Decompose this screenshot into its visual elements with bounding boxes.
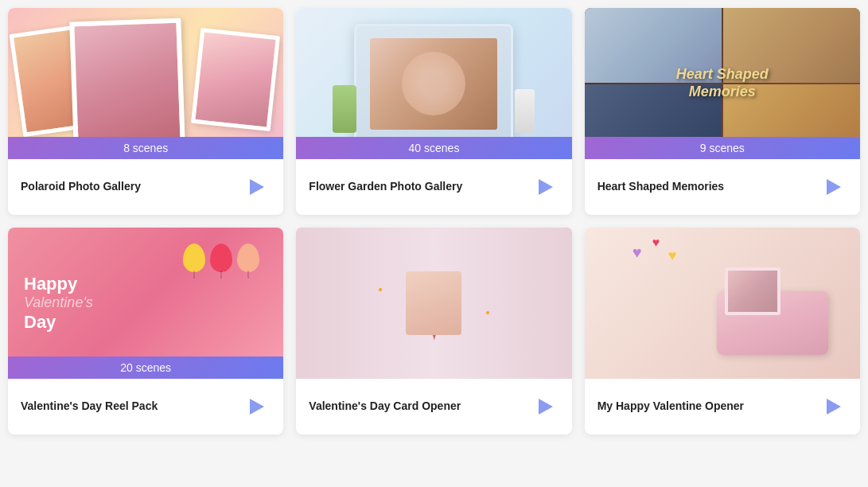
card-info-flower: Flower Garden Photo Gallery — [296, 159, 571, 215]
frame-inner — [370, 38, 497, 130]
play-button-polaroid[interactable] — [243, 173, 271, 201]
scenes-badge-polaroid: 8 scenes — [8, 137, 283, 159]
play-icon-valentine — [250, 399, 264, 415]
heart-title-text: Heart Shaped Memories — [676, 66, 769, 100]
play-icon-polaroid — [250, 179, 264, 195]
scenes-badge-valentine: 20 scenes — [8, 356, 283, 379]
balloon-yellow — [183, 243, 205, 272]
valentine-day: Day — [24, 312, 93, 333]
balloons — [183, 243, 259, 272]
play-button-heart[interactable] — [820, 173, 847, 201]
card-title-flower: Flower Garden Photo Gallery — [309, 179, 531, 195]
car-photo-frame — [725, 267, 780, 315]
balloon-peach — [237, 243, 259, 272]
card-title-card-opener: Valentine's Day Card Opener — [309, 399, 531, 415]
frame-outer — [354, 24, 513, 143]
valentine-valentines: Valentine's — [24, 294, 93, 312]
card-happy-valentine: ♥ ♥ ♥ My Happy Valentine Opener — [585, 228, 860, 434]
gallery-grid: 8 scenes Polaroid Photo Gallery 40 scene… — [8, 8, 860, 434]
card-valentines-card-opener: Valentine's Day Card Opener — [296, 228, 571, 434]
card-info-happy-valentine: My Happy Valentine Opener — [585, 379, 860, 434]
thumbnail-happy-valentine: ♥ ♥ ♥ — [585, 228, 860, 379]
thumbnail-polaroid: 8 scenes — [8, 8, 283, 159]
thumbnail-card-opener — [296, 228, 571, 379]
card-info-valentine: Valentine's Day Reel Pack — [8, 379, 283, 434]
car-photo-inner — [728, 271, 777, 312]
scenes-badge-heart: 9 scenes — [585, 137, 860, 159]
card-info-polaroid: Polaroid Photo Gallery — [8, 159, 283, 215]
card-heart-shaped: Heart Shaped Memories 9 scenes Heart Sha… — [585, 8, 860, 215]
heart-yellow: ♥ — [668, 247, 677, 264]
card-title-valentine: Valentine's Day Reel Pack — [21, 399, 243, 415]
heart-inner-scene — [406, 271, 461, 335]
card-polaroid-photo-gallery: 8 scenes Polaroid Photo Gallery — [8, 8, 283, 215]
thumbnail-flower: 40 scenes — [296, 8, 571, 159]
lantern-right — [515, 89, 535, 133]
play-button-happy-valentine[interactable] — [820, 393, 847, 420]
play-button-flower[interactable] — [532, 173, 559, 201]
thumbnail-valentine: Happy Valentine's Day 20 scenes — [8, 228, 283, 379]
spark-3 — [486, 311, 489, 314]
heart-frame — [378, 251, 489, 355]
play-icon-heart — [827, 179, 841, 195]
card-title-polaroid: Polaroid Photo Gallery — [21, 179, 243, 195]
heart-purple: ♥ — [633, 243, 642, 262]
car-scene: ♥ ♥ ♥ — [585, 228, 860, 379]
play-button-card-opener[interactable] — [532, 393, 559, 420]
play-icon-card-opener — [539, 399, 553, 415]
balloon-red — [210, 243, 232, 272]
card-title-happy-valentine: My Happy Valentine Opener — [597, 399, 820, 415]
card-info-heart: Heart Shaped Memories — [585, 159, 860, 215]
play-button-valentine[interactable] — [243, 393, 271, 420]
heart-red: ♥ — [652, 236, 660, 250]
lantern-left — [333, 85, 356, 133]
play-icon-happy-valentine — [827, 399, 841, 415]
play-icon-flower — [539, 179, 553, 195]
mini-car — [717, 291, 828, 355]
valentine-text: Happy Valentine's Day — [24, 274, 93, 333]
card-title-heart: Heart Shaped Memories — [597, 179, 820, 195]
valentine-happy: Happy — [24, 274, 93, 294]
thumbnail-heart: Heart Shaped Memories 9 scenes — [585, 8, 860, 159]
card-info-card-opener: Valentine's Day Card Opener — [296, 379, 571, 434]
scenes-badge-flower: 40 scenes — [296, 137, 571, 159]
card-flower-garden: 40 scenes Flower Garden Photo Gallery — [296, 8, 571, 215]
photo-main — [69, 18, 185, 150]
photo-right — [191, 28, 280, 131]
card-valentines-reel: Happy Valentine's Day 20 scenes Valentin… — [8, 228, 283, 434]
